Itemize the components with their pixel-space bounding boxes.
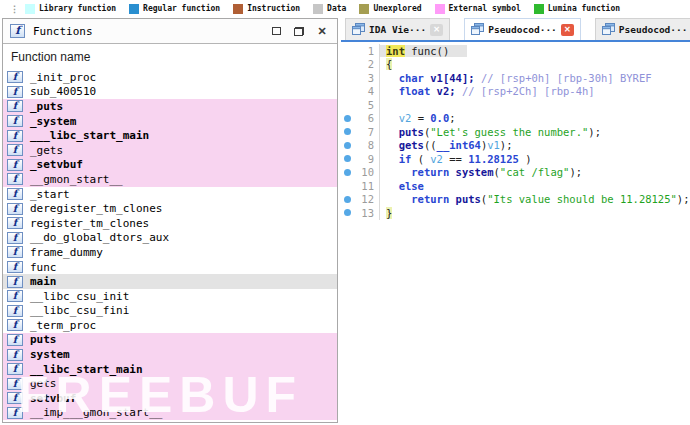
code-text (379, 98, 690, 112)
gutter-dot-cell[interactable] (341, 209, 353, 216)
function-row[interactable]: f__libc_csu_init (3, 289, 337, 304)
code-token (386, 85, 399, 97)
gutter-dot-cell[interactable] (341, 169, 353, 176)
function-icon-cell: f (3, 349, 27, 361)
function-icon: f (7, 188, 23, 200)
function-row[interactable]: f__gmon_start__ (3, 172, 337, 187)
gutter-dot-cell[interactable] (341, 196, 353, 203)
legend-label: Regular function (143, 4, 220, 13)
function-name: __libc_csu_init (30, 290, 129, 303)
function-row[interactable]: f__libc_csu_fini (3, 304, 337, 319)
line-number: 2 (353, 58, 379, 70)
function-row[interactable]: fregister_tm_clones (3, 216, 337, 231)
gutter-dot-cell[interactable] (341, 128, 353, 135)
gutter-dot-cell[interactable] (341, 115, 353, 122)
close-button[interactable]: ✕ (314, 24, 330, 38)
code-text: int func() (379, 44, 690, 58)
tab-ida-view[interactable]: IDA Vie···✕ (345, 18, 450, 40)
legend-label: Unexplored (373, 4, 421, 13)
function-icon-cell: f (3, 71, 27, 83)
code-token: ); (588, 126, 601, 138)
tab-pseudocode-2[interactable]: Pseudocod···✕ (595, 18, 690, 40)
gutter-dot-cell[interactable] (341, 142, 353, 149)
tab-close-button[interactable]: ✕ (430, 24, 443, 36)
function-row[interactable]: f_gets (3, 143, 337, 158)
function-row[interactable]: f_start (3, 187, 337, 202)
function-row[interactable]: ffunc (3, 260, 337, 275)
tab-label: Pseudocod··· (488, 24, 557, 35)
function-name: _term_proc (30, 319, 96, 332)
pseudocode-view[interactable]: 1int func()2{3 char v1[44]; // [rsp+0h] … (341, 42, 690, 220)
code-text: return system("cat /flag"); (379, 166, 690, 180)
toolbar-handle[interactable]: ⋮ (10, 4, 18, 14)
function-row[interactable]: f___libc_start_main (3, 128, 337, 143)
function-row[interactable]: fgets (3, 376, 337, 391)
function-row[interactable]: fsetvbuf (3, 391, 337, 406)
function-row[interactable]: f_puts (3, 99, 337, 114)
restore-button[interactable] (291, 24, 307, 38)
function-name: gets (30, 377, 57, 390)
code-token: (( (424, 139, 437, 151)
line-number: 7 (353, 126, 379, 138)
gutter-dot-cell[interactable] (341, 155, 353, 162)
code-token (386, 180, 399, 192)
function-icon: f (7, 349, 23, 361)
function-icon: f (7, 86, 23, 98)
code-line: 3 char v1[44]; // [rsp+0h] [rbp-30h] BYR… (341, 71, 690, 85)
code-line: 1int func() (341, 44, 690, 58)
code-token: } (386, 207, 392, 219)
function-icon-cell: f (3, 232, 27, 244)
function-row[interactable]: fframe_dummy (3, 245, 337, 260)
code-token: ) (519, 153, 532, 165)
function-row[interactable]: fmain (3, 274, 337, 289)
function-icon-cell: f (3, 261, 27, 273)
legend-color-swatch (129, 4, 139, 14)
code-token: ); (569, 166, 582, 178)
code-text: { (379, 58, 690, 72)
code-line: 11 else (341, 179, 690, 193)
code-token (386, 139, 399, 151)
function-row[interactable]: f_term_proc (3, 318, 337, 333)
code-token (386, 153, 399, 165)
function-row[interactable]: fderegister_tm_clones (3, 201, 337, 216)
legend-label: Instruction (247, 4, 300, 13)
function-icon-cell: f (3, 100, 27, 112)
code-token: = (411, 112, 430, 124)
tab-close-button[interactable]: ✕ (561, 24, 574, 36)
function-row[interactable]: fsub_400510 (3, 85, 337, 100)
function-row[interactable]: fputs (3, 333, 337, 348)
function-row[interactable]: f_system (3, 114, 337, 129)
maximize-icon (272, 27, 281, 35)
function-icon-cell: f (3, 188, 27, 200)
function-row[interactable]: f_init_proc (3, 70, 337, 85)
function-icon: f (7, 173, 23, 185)
code-token: // [rsp+0h] [rbp-30h] BYREF (481, 72, 652, 84)
function-row[interactable]: f__do_global_dtors_aux (3, 231, 337, 246)
function-name: _system (30, 115, 76, 128)
function-icon: f (7, 261, 23, 273)
function-row[interactable]: f__libc_start_main (3, 362, 337, 377)
tab-pseudocode-1[interactable]: Pseudocod···✕ (464, 18, 581, 40)
function-name: func (30, 261, 57, 274)
function-row[interactable]: f_setvbuf (3, 158, 337, 173)
code-token (386, 193, 411, 205)
code-token (386, 112, 399, 124)
function-name-column-header[interactable]: Function name (3, 44, 337, 70)
code-text: else (379, 179, 690, 193)
function-icon: f (7, 115, 23, 127)
code-line: 2{ (341, 58, 690, 72)
functions-panel-title: Functions (33, 25, 261, 38)
line-number: 9 (353, 153, 379, 165)
function-icon-cell: f (3, 173, 27, 185)
navigation-dot-icon (344, 209, 351, 216)
legend-color-swatch (313, 4, 323, 14)
function-icon: f (7, 392, 23, 404)
function-icon: f (7, 217, 23, 229)
maximize-button[interactable] (268, 24, 284, 38)
code-token: v2; (437, 85, 456, 97)
function-name: ___libc_start_main (30, 129, 149, 142)
current-line-highlight: int func() (380, 45, 467, 57)
function-row[interactable]: fsystem (3, 347, 337, 362)
function-row[interactable]: f__imp___gmon_start__ (3, 406, 337, 421)
code-line: 8 gets((__int64)v1); (341, 139, 690, 153)
